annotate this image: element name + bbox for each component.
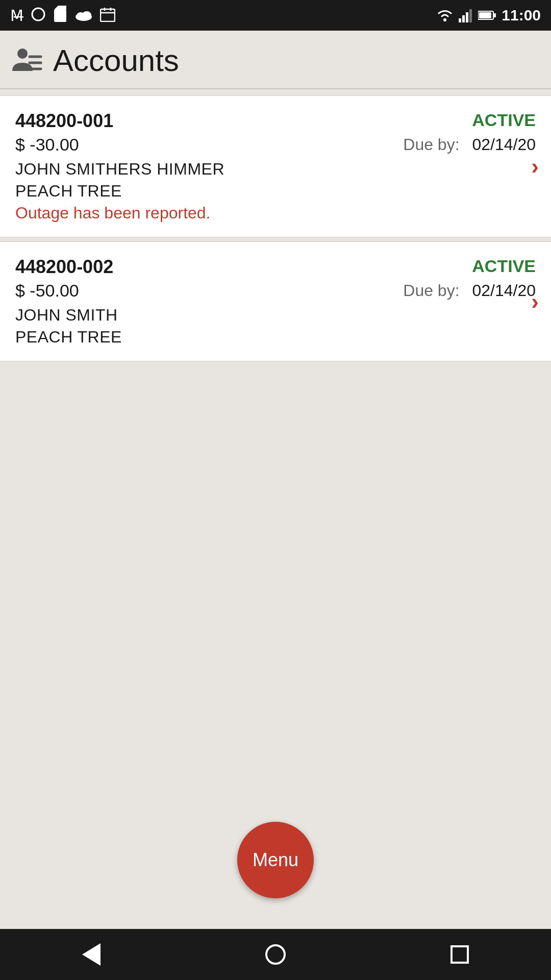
account-number-2: 448200-002 (15, 256, 113, 278)
status-time: 11:00 (502, 7, 541, 24)
wifi-icon (436, 8, 454, 22)
accounts-list: 448200-001 ACTIVE $ -30.00 Due by: 02/14… (0, 91, 551, 585)
svg-point-5 (82, 11, 91, 19)
svg-rect-14 (469, 9, 472, 22)
account-due-2: Due by: 02/14/20 (403, 281, 536, 300)
account-name-1: JOHN SMITHERS HIMMER (15, 160, 536, 179)
sd-card-icon (53, 6, 67, 25)
menu-button[interactable]: Menu (237, 822, 314, 898)
account-card-1[interactable]: 448200-001 ACTIVE $ -30.00 Due by: 02/14… (0, 95, 551, 237)
svg-point-18 (17, 48, 28, 59)
svg-rect-16 (479, 12, 491, 18)
page-title: Accounts (53, 43, 179, 78)
status-bar-icons-left: M̶ (10, 6, 115, 25)
account-due-1: Due by: 02/14/20 (403, 135, 536, 154)
nav-bar (0, 929, 551, 980)
gmail-icon: M̶ (10, 7, 23, 24)
recents-nav-button[interactable] (450, 945, 469, 964)
svg-rect-1 (54, 10, 66, 22)
accounts-icon (10, 44, 43, 77)
menu-button-container: Menu (0, 801, 551, 929)
battery-icon (478, 10, 496, 21)
chevron-right-icon-2: › (531, 289, 539, 314)
account-card-2[interactable]: 448200-002 ACTIVE $ -50.00 Due by: 02/14… (0, 241, 551, 361)
svg-rect-11 (459, 18, 461, 22)
account-status-2: ACTIVE (472, 256, 536, 276)
account-location-1: PEACH TREE (15, 182, 536, 201)
svg-point-0 (32, 8, 44, 20)
svg-point-10 (443, 18, 446, 21)
circle-icon (31, 7, 46, 24)
calendar-icon (100, 7, 115, 24)
svg-marker-2 (54, 6, 66, 10)
chevron-right-icon-1: › (531, 154, 539, 179)
status-bar: M̶ 11:00 (0, 0, 551, 31)
svg-rect-17 (494, 13, 496, 17)
menu-button-label: Menu (253, 849, 298, 871)
account-status-1: ACTIVE (472, 110, 536, 130)
svg-rect-6 (101, 9, 115, 21)
svg-rect-13 (466, 12, 468, 22)
account-name-2: JOHN SMITH (15, 306, 536, 325)
account-alert-1: Outage has been reported. (15, 204, 536, 223)
account-amount-2: $ -50.00 (15, 281, 79, 301)
svg-rect-12 (462, 15, 465, 22)
account-number-1: 448200-001 (15, 110, 113, 132)
home-nav-button[interactable] (265, 944, 286, 965)
app-header: Accounts (0, 31, 551, 88)
cloud-icon (74, 8, 93, 23)
status-bar-icons-right: 11:00 (436, 7, 541, 24)
signal-icon (459, 8, 473, 22)
content-area (0, 585, 551, 801)
header-divider (0, 88, 551, 89)
account-amount-1: $ -30.00 (15, 135, 79, 155)
back-nav-button[interactable] (82, 943, 101, 966)
account-location-2: PEACH TREE (15, 328, 536, 347)
